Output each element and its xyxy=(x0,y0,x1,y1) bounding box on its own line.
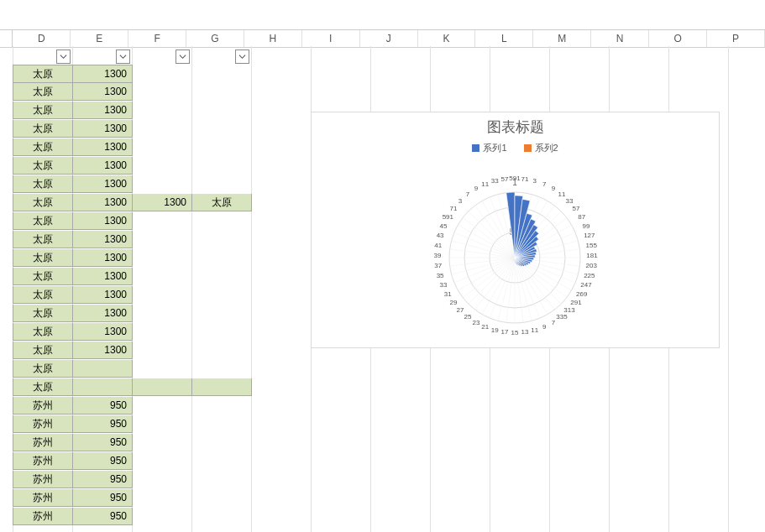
cell-e[interactable]: 1300 xyxy=(73,65,133,83)
table-row[interactable]: 太原1300 xyxy=(13,157,133,175)
svg-text:17: 17 xyxy=(501,328,509,336)
cell-e[interactable]: 1300 xyxy=(73,194,133,211)
column-header-K[interactable]: K xyxy=(418,30,476,47)
cell-e[interactable] xyxy=(73,360,133,378)
table-row[interactable]: 苏州950 xyxy=(13,452,133,470)
cell-f[interactable]: 1300 xyxy=(133,194,192,211)
cell-d[interactable]: 太原 xyxy=(13,175,73,193)
cell-e[interactable]: 950 xyxy=(73,471,133,488)
table-row[interactable]: 太原1300 xyxy=(13,138,133,156)
table-row[interactable]: 苏州950 xyxy=(13,508,133,525)
cell-d[interactable]: 苏州 xyxy=(13,489,73,507)
column-header-M[interactable]: M xyxy=(533,30,591,47)
column-header-H[interactable]: H xyxy=(244,30,302,47)
cell-d[interactable]: 苏州 xyxy=(13,471,73,488)
cell-d[interactable]: 太原 xyxy=(13,212,73,230)
cell-e[interactable]: 1300 xyxy=(73,175,133,193)
column-header-P[interactable]: P xyxy=(707,30,765,47)
cell-e[interactable]: 1300 xyxy=(73,305,133,322)
cell-grid[interactable]: 太原1300太原1300太原1300太原1300太原1300太原1300太原13… xyxy=(0,46,765,532)
column-header-L[interactable]: L xyxy=(475,30,533,47)
table-row[interactable]: 太原1300 xyxy=(13,249,133,267)
cell-e[interactable]: 1300 xyxy=(73,286,133,304)
cell-e[interactable]: 1300 xyxy=(73,268,133,285)
table-row[interactable]: 太原1300 xyxy=(13,323,133,341)
cell-d[interactable]: 苏州 xyxy=(13,452,73,470)
cell-g[interactable] xyxy=(192,378,252,396)
cell-e[interactable]: 950 xyxy=(73,415,133,433)
cell-e[interactable]: 950 xyxy=(73,452,133,470)
cell-d[interactable]: 太原 xyxy=(13,249,73,267)
table-row[interactable]: 太原1300 xyxy=(13,212,133,230)
cell-d[interactable]: 太原 xyxy=(13,342,73,359)
svg-text:225: 225 xyxy=(584,272,595,279)
table-row[interactable]: 太原1300 xyxy=(13,286,133,304)
cell-e[interactable]: 1300 xyxy=(73,249,133,267)
cell-d[interactable]: 苏州 xyxy=(13,508,73,525)
cell-e[interactable]: 1300 xyxy=(73,157,133,175)
table-row[interactable]: 太原1300 xyxy=(13,65,133,82)
table-row[interactable]: 苏州950 xyxy=(13,471,133,488)
table-row[interactable]: 太原1300 xyxy=(13,102,133,119)
embedded-chart[interactable]: 图表标题 系列1 系列2 500100015917137911335787991… xyxy=(311,112,720,348)
column-header-J[interactable]: J xyxy=(360,30,418,47)
cell-d[interactable]: 太原 xyxy=(13,194,73,211)
column-header-E[interactable]: E xyxy=(71,30,128,47)
filter-button-G[interactable] xyxy=(235,50,249,64)
table-row[interactable]: 太原1300 xyxy=(13,268,133,285)
cell-e[interactable]: 1300 xyxy=(73,138,133,156)
cell-e[interactable]: 950 xyxy=(73,397,133,415)
cell-e[interactable]: 1300 xyxy=(73,102,133,119)
cell-d[interactable]: 太原 xyxy=(13,360,73,378)
table-row[interactable]: 苏州950 xyxy=(13,397,133,415)
cell-g[interactable]: 太原 xyxy=(192,194,252,211)
cell-d[interactable]: 太原 xyxy=(13,378,73,396)
cell-d[interactable]: 太原 xyxy=(13,102,73,119)
cell-d[interactable]: 太原 xyxy=(13,157,73,175)
filter-button-D[interactable] xyxy=(56,50,71,64)
cell-d[interactable]: 太原 xyxy=(13,268,73,285)
table-row[interactable]: 太原1300 xyxy=(13,342,133,359)
cell-d[interactable]: 苏州 xyxy=(13,397,73,415)
column-header-D[interactable]: D xyxy=(13,30,71,47)
table-row[interactable]: 太原 xyxy=(13,378,252,396)
cell-e[interactable]: 1300 xyxy=(73,323,133,341)
filter-button-E[interactable] xyxy=(116,50,130,64)
cell-d[interactable]: 太原 xyxy=(13,138,73,156)
cell-f[interactable] xyxy=(133,378,192,396)
table-row[interactable]: 太原13001300太原 xyxy=(13,194,252,211)
cell-d[interactable]: 太原 xyxy=(13,120,73,138)
cell-e[interactable]: 950 xyxy=(73,489,133,507)
filter-button-F[interactable] xyxy=(176,50,190,64)
cell-e[interactable]: 1300 xyxy=(73,83,133,101)
cell-d[interactable]: 太原 xyxy=(13,305,73,322)
cell-e[interactable]: 950 xyxy=(73,434,133,451)
table-row[interactable]: 太原1300 xyxy=(13,83,133,101)
table-row[interactable]: 太原1300 xyxy=(13,305,133,322)
column-header-O[interactable]: O xyxy=(649,30,707,47)
cell-e[interactable]: 950 xyxy=(73,508,133,525)
table-row[interactable]: 太原1300 xyxy=(13,231,133,248)
cell-d[interactable]: 太原 xyxy=(13,323,73,341)
column-header-F[interactable]: F xyxy=(128,30,186,47)
table-row[interactable]: 太原 xyxy=(13,360,133,378)
cell-d[interactable]: 苏州 xyxy=(13,415,73,433)
cell-e[interactable]: 1300 xyxy=(73,342,133,359)
cell-d[interactable]: 太原 xyxy=(13,231,73,248)
cell-d[interactable]: 太原 xyxy=(13,83,73,101)
cell-d[interactable]: 苏州 xyxy=(13,434,73,451)
cell-e[interactable]: 1300 xyxy=(73,231,133,248)
table-row[interactable]: 苏州950 xyxy=(13,415,133,433)
table-row[interactable]: 苏州950 xyxy=(13,434,133,451)
table-row[interactable]: 苏州950 xyxy=(13,489,133,507)
cell-e[interactable]: 1300 xyxy=(73,212,133,230)
table-row[interactable]: 太原1300 xyxy=(13,175,133,193)
column-header-G[interactable]: G xyxy=(186,30,244,47)
column-header-N[interactable]: N xyxy=(591,30,649,47)
table-row[interactable]: 太原1300 xyxy=(13,120,133,138)
cell-d[interactable]: 太原 xyxy=(13,286,73,304)
column-header-I[interactable]: I xyxy=(302,30,360,47)
cell-e[interactable] xyxy=(73,378,133,396)
cell-e[interactable]: 1300 xyxy=(73,120,133,138)
cell-d[interactable]: 太原 xyxy=(13,65,73,83)
